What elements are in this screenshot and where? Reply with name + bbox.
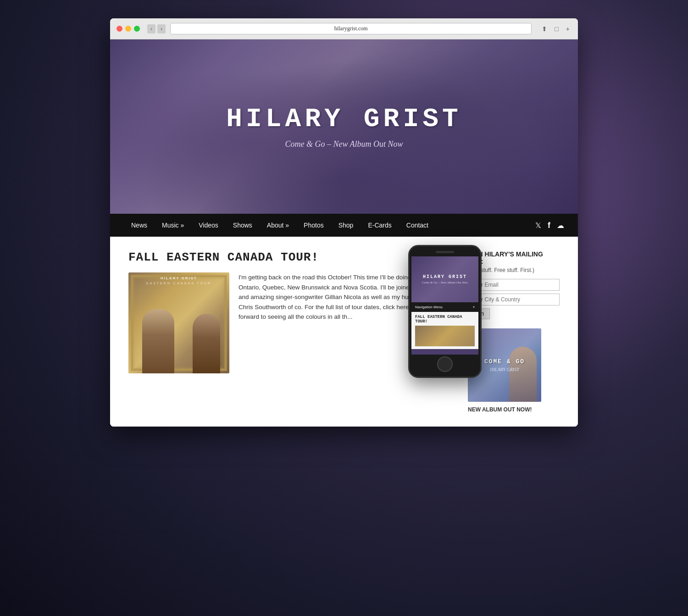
image-banner-text: HILARY GRIST — [128, 276, 229, 280]
portrait-frame — [128, 291, 229, 373]
maximize-button[interactable] — [134, 26, 140, 32]
browser-actions: ⬆ □ + — [540, 24, 571, 33]
new-tab-button[interactable]: + — [564, 24, 571, 33]
figure-silhouette-left — [142, 309, 174, 373]
facebook-icon[interactable] — [548, 221, 550, 230]
hero-subtitle: Come & Go – New Album Out Now — [285, 139, 403, 149]
phone-nav: Navigation Menu ▾ — [411, 302, 478, 312]
nav-bar: News Music » Videos Shows About » Photos… — [110, 214, 578, 237]
hero-title: HILARY GRIST — [226, 104, 462, 134]
phone-post-title: FALL EASTERN CANADA TOUR! — [415, 315, 475, 324]
email-input[interactable] — [468, 279, 560, 291]
browser-window: ‹ › hilarygrist.com ⬆ □ + HILARY GRIST C… — [110, 18, 578, 427]
nav-link-videos[interactable]: Videos — [191, 214, 226, 237]
nav-links: News Music » Videos Shows About » Photos… — [124, 214, 436, 237]
post-body: HILARY GRIST EASTERN CANADA TOUR I'm get… — [128, 272, 454, 373]
nav-link-contact[interactable]: Contact — [399, 214, 436, 237]
post-image: HILARY GRIST EASTERN CANADA TOUR — [128, 272, 229, 373]
nav-buttons: ‹ › — [147, 24, 166, 33]
nav-link-music[interactable]: Music » — [155, 214, 191, 237]
hero-section: HILARY GRIST Come & Go – New Album Out N… — [110, 39, 578, 214]
portrait-female — [142, 309, 174, 373]
post-text-wrapper: I'm getting back on the road this Octobe… — [239, 272, 454, 373]
close-button[interactable] — [117, 26, 122, 32]
content-left: FALL EASTERN CANADA TOUR! HILARY GRIST E… — [128, 250, 454, 413]
nav-link-about[interactable]: About » — [260, 214, 296, 237]
figure-silhouette-right — [193, 314, 220, 373]
phone-post-image — [415, 326, 475, 346]
nav-link-shop[interactable]: Shop — [331, 214, 361, 237]
album-label: NEW ALBUM OUT NOW! — [468, 406, 560, 413]
forward-button[interactable]: › — [157, 24, 166, 33]
social-icons — [535, 221, 564, 230]
nav-link-shows[interactable]: Shows — [226, 214, 260, 237]
phone-screen-title: HILARY GRIST — [423, 274, 467, 279]
mailing-list-title: JOIN HILARY'S MAILING LIST: — [468, 250, 560, 265]
phone-nav-label: Navigation Menu — [415, 305, 443, 309]
phone-mockup-wrapper: HILARY GRIST Come & Go – New Album Out N… — [408, 245, 482, 378]
phone-screen-hero: HILARY GRIST Come & Go – New Album Out N… — [411, 256, 478, 302]
share-button[interactable]: ⬆ — [540, 24, 549, 33]
sidebar: JOIN HILARY'S MAILING LIST: (Fun stuff. … — [468, 250, 560, 413]
phone-mockup: HILARY GRIST Come & Go – New Album Out N… — [408, 245, 482, 378]
phone-screen: HILARY GRIST Come & Go – New Album Out N… — [411, 256, 478, 355]
album-figure — [509, 347, 537, 402]
traffic-lights — [117, 26, 140, 32]
post-title: FALL EASTERN CANADA TOUR! — [128, 250, 454, 264]
nav-link-photos[interactable]: Photos — [296, 214, 331, 237]
portrait-female-2 — [193, 314, 220, 373]
phone-screen-subtitle: Come & Go – New Album Out Now — [422, 281, 468, 284]
minimize-button[interactable] — [125, 26, 131, 32]
twitter-icon[interactable] — [535, 221, 541, 230]
phone-content: FALL EASTERN CANADA TOUR! — [411, 312, 478, 349]
image-subtitle: EASTERN CANADA TOUR — [128, 282, 229, 285]
phone-nav-arrow: ▾ — [473, 305, 475, 309]
tab-button[interactable]: □ — [553, 24, 560, 33]
main-content: FALL EASTERN CANADA TOUR! HILARY GRIST E… — [110, 237, 578, 427]
nav-link-news[interactable]: News — [124, 214, 155, 237]
back-button[interactable]: ‹ — [147, 24, 155, 33]
soundcloud-icon[interactable] — [557, 221, 564, 230]
url-bar[interactable]: hilarygrist.com — [170, 23, 532, 34]
album-artist-text: HILARY GRIST — [484, 367, 525, 372]
mailing-list-subtitle: (Fun stuff. Free stuff. First.) — [468, 267, 560, 273]
nav-link-ecards[interactable]: E-Cards — [361, 214, 399, 237]
browser-chrome: ‹ › hilarygrist.com ⬆ □ + — [110, 18, 578, 39]
album-title-text: COME & GO — [484, 358, 525, 365]
album-text: COME & GO HILARY GRIST — [484, 358, 525, 372]
city-input[interactable] — [468, 294, 560, 305]
